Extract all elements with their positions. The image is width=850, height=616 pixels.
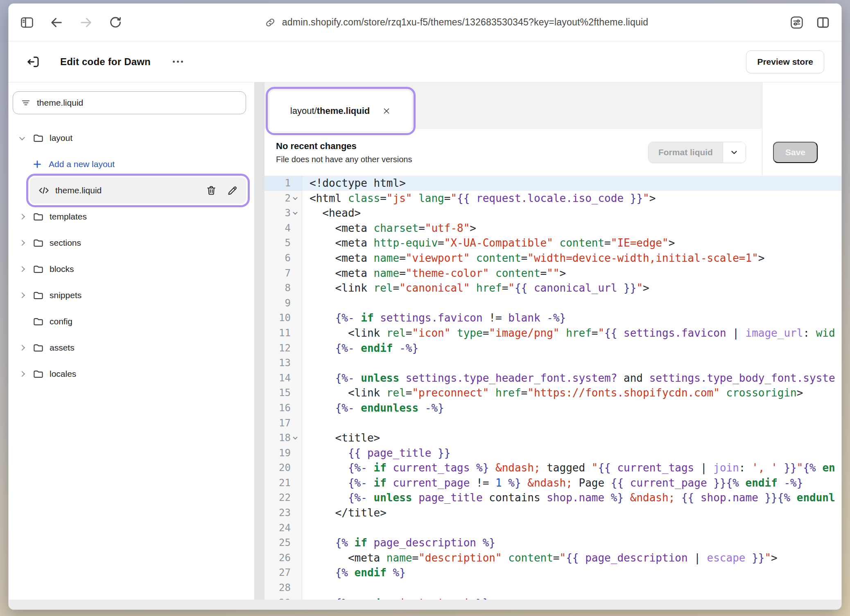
tree-item-config[interactable]: config	[18, 308, 249, 335]
tree-item-blocks[interactable]: blocks	[18, 256, 249, 282]
save-button[interactable]: Save	[773, 142, 818, 163]
line-number: 2	[264, 191, 302, 206]
code-line-25[interactable]: 25 {% if page_description %}	[264, 535, 841, 550]
code-line-6[interactable]: 6 <meta name="viewport" content="width=d…	[264, 251, 841, 266]
tree-item-label: templates	[50, 212, 87, 222]
tune-icon[interactable]	[789, 15, 805, 30]
line-number: 22	[264, 490, 302, 505]
code-line-1[interactable]: 1<!doctype html>	[264, 176, 841, 191]
version-status: No recent changes File does not have any…	[276, 141, 412, 164]
tree-item-sections[interactable]: sections	[18, 230, 249, 256]
tree-item-layout[interactable]: layout	[18, 125, 249, 151]
tree-item-assets[interactable]: assets	[18, 335, 249, 361]
tree-item-theme-liquid[interactable]: theme.liquid	[30, 177, 246, 204]
code-line-15[interactable]: 15 <link rel="preconnect" href="https://…	[264, 385, 841, 401]
code-line-12[interactable]: 12 {%- endif -%}	[264, 341, 841, 356]
fold-icon[interactable]	[291, 211, 300, 215]
line-number: 26	[264, 550, 302, 566]
line-number: 28	[264, 580, 302, 596]
code-line-18[interactable]: 18 <title>	[264, 430, 841, 446]
code-text: {% render 'meta-tags' %}	[302, 596, 841, 600]
desktop-background: admin.shopify.com/store/rzq1xu-f5/themes…	[0, 0, 850, 616]
code-line-29[interactable]: 29 {% render 'meta-tags' %}	[264, 596, 841, 600]
code-text	[302, 521, 841, 536]
line-number: 29	[264, 596, 302, 600]
tree-item-snippets[interactable]: snippets	[18, 282, 249, 308]
code-text: {% if page_description %}	[302, 535, 841, 550]
chevron-right-icon[interactable]	[18, 293, 27, 297]
tab-theme-liquid[interactable]: layout/theme.liquid	[269, 91, 412, 131]
code-text	[302, 580, 841, 596]
line-number: 9	[264, 296, 302, 311]
edit-icon[interactable]	[226, 184, 239, 197]
preview-store-button[interactable]: Preview store	[746, 50, 824, 73]
tree-item-label: sections	[50, 238, 81, 248]
code-line-10[interactable]: 10 {%- if settings.favicon != blank -%}	[264, 310, 841, 326]
browser-window: admin.shopify.com/store/rzq1xu-f5/themes…	[8, 3, 842, 610]
address-bar[interactable]: admin.shopify.com/store/rzq1xu-f5/themes…	[123, 16, 789, 29]
chevron-down-icon[interactable]	[18, 136, 27, 140]
code-line-8[interactable]: 8 <link rel="canonical" href="{{ canonic…	[264, 281, 841, 296]
code-line-28[interactable]: 28	[264, 580, 841, 596]
chevron-right-icon[interactable]	[18, 215, 27, 219]
sidebar-toggle-icon[interactable]	[19, 15, 35, 30]
line-number: 23	[264, 505, 302, 521]
code-line-24[interactable]: 24	[264, 521, 841, 536]
more-icon[interactable]	[169, 57, 187, 67]
delete-icon[interactable]	[205, 184, 217, 197]
chevron-right-icon[interactable]	[18, 241, 27, 245]
tree-item-locales[interactable]: locales	[18, 361, 249, 387]
fold-icon[interactable]	[291, 436, 300, 439]
chevron-right-icon[interactable]	[18, 346, 27, 350]
code-line-5[interactable]: 5 <meta http-equiv="X-UA-Compatible" con…	[264, 236, 841, 251]
code-line-26[interactable]: 26 <meta name="description" content="{{ …	[264, 550, 841, 566]
code-line-2[interactable]: 2<html class="js" lang="{{ request.local…	[264, 191, 841, 206]
split-view-icon[interactable]	[815, 15, 831, 30]
chevron-right-icon[interactable]	[18, 372, 27, 376]
folder-icon	[32, 211, 44, 222]
code-line-19[interactable]: 19 {{ page_title }}	[264, 446, 841, 461]
file-search-input[interactable]: theme.liquid	[13, 91, 246, 114]
code-line-22[interactable]: 22 {%- unless page_title contains shop.n…	[264, 490, 841, 505]
add-layout-button[interactable]: Add a new layout	[26, 151, 249, 177]
code-line-21[interactable]: 21 {%- if current_page != 1 %} &ndash; P…	[264, 476, 841, 491]
code-line-3[interactable]: 3 <head>	[264, 206, 841, 221]
line-number: 27	[264, 565, 302, 580]
fold-icon[interactable]	[291, 197, 300, 200]
tree-item-templates[interactable]: templates	[18, 204, 249, 230]
code-text: {{ page_title }}	[302, 446, 841, 461]
code-line-7[interactable]: 7 <meta name="theme-color" content="">	[264, 266, 841, 281]
code-text: <meta name="viewport" content="width=dev…	[302, 251, 841, 266]
chevron-down-icon[interactable]	[723, 142, 746, 163]
code-line-14[interactable]: 14 {%- unless settings.type_header_font.…	[264, 371, 841, 386]
exit-icon[interactable]	[25, 54, 41, 70]
code-text: {%- endunless -%}	[302, 401, 841, 416]
code-area[interactable]: 1<!doctype html>2<html class="js" lang="…	[264, 176, 841, 600]
code-line-4[interactable]: 4 <meta charset="utf-8">	[264, 221, 841, 236]
folder-icon	[32, 342, 44, 353]
forward-icon[interactable]	[78, 15, 94, 30]
tree-item-label: locales	[50, 369, 76, 379]
code-line-9[interactable]: 9	[264, 296, 841, 311]
code-line-23[interactable]: 23 </title>	[264, 505, 841, 521]
code-text: <meta charset="utf-8">	[302, 221, 841, 236]
code-text	[302, 296, 841, 311]
line-number: 7	[264, 266, 302, 281]
code-text: <link rel="preconnect" href="https://fon…	[302, 385, 841, 401]
code-text: {%- if current_page != 1 %} &ndash; Page…	[302, 476, 841, 491]
code-line-20[interactable]: 20 {%- if current_tags %} &ndash; tagged…	[264, 460, 841, 476]
tree-item-label: assets	[50, 343, 75, 353]
code-line-16[interactable]: 16 {%- endunless -%}	[264, 401, 841, 416]
code-line-11[interactable]: 11 <link rel="icon" type="image/png" hre…	[264, 326, 841, 341]
close-icon[interactable]	[382, 106, 391, 116]
code-line-17[interactable]: 17	[264, 416, 841, 431]
chevron-right-icon[interactable]	[18, 267, 27, 271]
reload-icon[interactable]	[108, 15, 123, 30]
back-icon[interactable]	[49, 15, 64, 30]
format-liquid-label[interactable]: Format liquid	[649, 142, 723, 163]
code-line-13[interactable]: 13	[264, 356, 841, 371]
code-line-27[interactable]: 27 {% endif %}	[264, 565, 841, 580]
tree-item-label: layout	[50, 133, 72, 143]
tab-label: layout/theme.liquid	[290, 106, 370, 116]
line-number: 3	[264, 206, 302, 221]
